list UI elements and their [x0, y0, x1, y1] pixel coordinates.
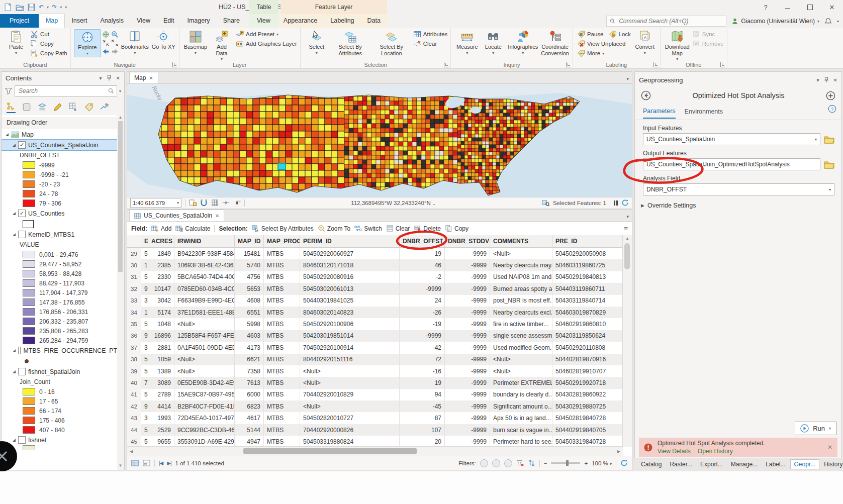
lock-button[interactable]: Lock: [609, 30, 631, 38]
zoom-in-button[interactable]: +: [584, 460, 588, 466]
open-project-icon[interactable]: [16, 3, 24, 12]
copy-button[interactable]: Copy: [30, 40, 67, 48]
save-project-icon[interactable]: [27, 3, 36, 12]
column-header-perim_id[interactable]: PERIM_ID: [300, 235, 400, 247]
output-features-input[interactable]: US_Counties_SpatialJoin_OptimizedHotSpot…: [643, 158, 820, 170]
pin-icon[interactable]: [107, 75, 112, 81]
more-button[interactable]: More▾: [577, 49, 604, 57]
override-settings-toggle[interactable]: ▶ Override Settings: [635, 195, 841, 209]
close-icon[interactable]: ✕: [116, 75, 120, 81]
minimize-button[interactable]: [777, 0, 799, 14]
dock-tab-export[interactable]: Export...: [697, 460, 726, 469]
table-row[interactable]: 2951849B942230F-938F-4584-...15481MTBS50…: [127, 248, 623, 259]
panel-menu-icon[interactable]: ▾: [100, 75, 102, 81]
refresh-icon[interactable]: [620, 459, 628, 467]
data-source-icon[interactable]: [22, 103, 31, 113]
open-history-link[interactable]: Open History: [698, 447, 733, 455]
delete-button[interactable]: Delete: [414, 225, 441, 232]
add-to-project-icon[interactable]: [826, 91, 835, 100]
column-header-map_prog[interactable]: MAP_PROG: [264, 235, 300, 247]
add-data-button[interactable]: AddData▾: [209, 29, 235, 62]
column-header-irwinid[interactable]: IRWINID: [174, 235, 235, 247]
table-row[interactable]: 3333042F66349B9-E99D-4EC8...4608MTBS5044…: [127, 295, 623, 307]
ribbon-tab-project[interactable]: Project: [0, 14, 39, 28]
basemap-button[interactable]: Basemap▾: [182, 29, 209, 56]
dock-tab-history[interactable]: History: [820, 460, 843, 469]
command-search[interactable]: [606, 16, 726, 27]
last-record-button[interactable]: ▶|: [167, 460, 171, 466]
locate-button[interactable]: Locate▾: [480, 29, 506, 56]
close-icon[interactable]: ✕: [827, 444, 832, 451]
column-header-map_id[interactable]: MAP_ID: [235, 235, 264, 247]
contents-search-input[interactable]: [18, 87, 108, 95]
column-header-pre_id[interactable]: PRE_ID: [552, 235, 623, 247]
remove-filter-icon[interactable]: [516, 459, 524, 467]
table-row[interactable]: 40730890E5DE90B-3D42-4E92...7613MTBS<Nul…: [127, 377, 623, 388]
select-button[interactable]: Select▾: [304, 29, 330, 56]
map-scale-combo[interactable]: 1:40 616 379 ▾: [130, 198, 181, 208]
tab-list-chevron-icon[interactable]: ▾: [626, 214, 629, 219]
ribbon-tab-analysis[interactable]: Analysis: [94, 14, 131, 28]
redo-caret-icon[interactable]: ▾: [60, 5, 62, 10]
refresh-icon[interactable]: [621, 199, 629, 207]
cut-button[interactable]: Cut: [30, 30, 67, 38]
table-row[interactable]: 329101470785ED60-034B-4C07...5653MTBS504…: [127, 283, 623, 294]
map-view-tab[interactable]: Map ✕: [129, 72, 158, 83]
zoom-to-button[interactable]: Zoom To: [318, 225, 350, 232]
table-horizontal-scrollbar[interactable]: ◀ ▶: [127, 446, 623, 456]
ribbon-tab-labeling[interactable]: Labeling: [324, 14, 360, 28]
attributes-button[interactable]: Attributes: [413, 30, 448, 38]
drawing-order-icon[interactable]: [7, 102, 16, 113]
dock-tab-raster[interactable]: Raster...: [666, 460, 696, 469]
dialog-launcher-icon[interactable]: [444, 62, 449, 67]
globe-icon[interactable]: [102, 31, 110, 38]
help-icon[interactable]: ?: [828, 105, 836, 113]
contents-search-box[interactable]: [15, 85, 117, 96]
undo-button[interactable]: ↶: [39, 4, 44, 11]
infographics-button[interactable]: Infographics▾: [506, 29, 539, 56]
download-map-button[interactable]: DownloadMap▾: [664, 29, 691, 62]
layer-symbol[interactable]: [2, 356, 117, 366]
layer-checkbox[interactable]: [18, 231, 26, 238]
table-row[interactable]: 341517437E1D581-EEE1-48EB-...6551MTBS804…: [127, 307, 623, 318]
expand-twisty-icon[interactable]: [13, 370, 16, 373]
copy-button[interactable]: Copy: [445, 225, 469, 232]
layer-checkbox[interactable]: [18, 368, 26, 375]
clear-button[interactable]: Clear: [413, 40, 448, 48]
pause-drawing-icon[interactable]: [614, 200, 618, 206]
imagery-view-icon[interactable]: [100, 103, 109, 113]
north-arrow-icon[interactable]: N: [233, 199, 241, 207]
dock-tab-label[interactable]: Label...: [762, 460, 789, 469]
table-row[interactable]: 415278915AE9C87-0B97-4951...6000MTBS7044…: [127, 389, 623, 400]
undo-caret-icon[interactable]: ▾: [47, 5, 49, 10]
table-menu-icon[interactable]: ≡: [624, 225, 628, 233]
view-details-link[interactable]: View Details: [658, 447, 691, 455]
fwd-icon[interactable]: [111, 48, 119, 55]
editing-view-icon[interactable]: [53, 103, 62, 113]
back-icon[interactable]: [102, 48, 110, 55]
clear-button[interactable]: Clear: [386, 225, 410, 232]
ribbon-tab-imagery[interactable]: Imagery: [180, 14, 216, 28]
add-graphics-layer-button[interactable]: Add Graphics Layer: [236, 40, 297, 48]
redo-button[interactable]: ↷: [52, 4, 57, 11]
table-row[interactable]: 3851059<Null>6621MTBS80440292015111672-9…: [127, 354, 623, 365]
filter-edited-icon[interactable]: [504, 459, 512, 467]
grid-icon[interactable]: [211, 199, 219, 207]
dialog-launcher-icon[interactable]: [566, 62, 571, 67]
panel-menu-icon[interactable]: ▾: [817, 77, 819, 83]
layer-item-mtbs_fire_occurrence_pt[interactable]: MTBS_FIRE_OCCURRENCE_PT: [2, 345, 117, 356]
new-bookmark-icon[interactable]: [189, 199, 197, 207]
table-row[interactable]: 433199372D45EA0-1017-4973...4617MTBS5045…: [127, 412, 623, 424]
select-by-attributes-button[interactable]: Select By Attributes: [330, 29, 371, 57]
selected-features-count[interactable]: Selected Features: 1: [553, 200, 606, 206]
dialog-launcher-icon[interactable]: [720, 62, 725, 67]
view-unplaced-button[interactable]: View Unplaced: [577, 40, 626, 48]
tab-parameters[interactable]: Parameters: [643, 108, 676, 119]
navout-icon[interactable]: [111, 39, 119, 47]
measure-button[interactable]: Measure▾: [454, 29, 480, 56]
layer-item-kerneld_mtbs1[interactable]: KernelD_MTBS1: [2, 229, 117, 240]
zoommag-icon[interactable]: [111, 31, 119, 38]
collapse-ribbon-icon[interactable]: ▾: [837, 19, 839, 24]
analysis-field-combo[interactable]: DNBR_OFFST ▾: [643, 183, 834, 195]
input-features-combo[interactable]: US_Counties_SpatialJoin ▾: [643, 133, 820, 145]
